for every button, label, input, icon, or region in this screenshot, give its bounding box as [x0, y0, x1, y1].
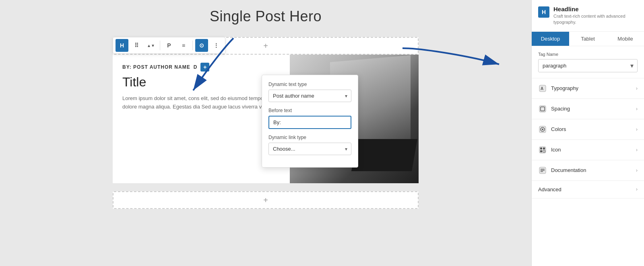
- svg-point-8: [542, 129, 543, 130]
- toolbar-dynamic-button[interactable]: ⊙: [195, 39, 208, 52]
- popup-type-label: Dynamic text type: [268, 82, 351, 87]
- author-text: BY: POST AUTHOR NAME: [122, 64, 190, 70]
- icon-icon: [538, 145, 547, 154]
- spacing-icon: [538, 104, 547, 113]
- dynamic-popup: Dynamic text type Post author name Befor…: [262, 75, 358, 168]
- tab-mobile[interactable]: Mobile: [607, 32, 644, 46]
- tag-name-section: Tag Name paragraph h1 h2 h3 h4 div span: [532, 46, 644, 78]
- accordion-documentation-title: Documentation: [551, 167, 586, 173]
- accordion-documentation[interactable]: Documentation ›: [532, 160, 644, 181]
- popup-before-field: Before text: [268, 108, 351, 129]
- documentation-icon: [538, 166, 547, 175]
- svg-rect-10: [540, 147, 542, 149]
- tag-name-label: Tag Name: [538, 52, 638, 57]
- advanced-section[interactable]: Advanced ›: [532, 181, 644, 198]
- popup-before-label: Before text: [268, 108, 351, 113]
- svg-text:A: A: [541, 86, 543, 91]
- more-icon: ⋮: [213, 42, 219, 49]
- popup-before-input[interactable]: [268, 116, 351, 129]
- sidebar-header-text: Headline Craft text-rich content with ad…: [553, 6, 638, 26]
- toolbar-arrows-button[interactable]: ▲▼: [144, 39, 157, 52]
- accordion-colors-title: Colors: [551, 126, 566, 132]
- advanced-chevron: ›: [636, 186, 638, 192]
- toolbar-drag-button[interactable]: ⠿: [130, 39, 143, 52]
- accordion-spacing-left: Spacing: [538, 104, 570, 113]
- block-toolbar: H ⠿ ▲▼ P ≡ ⊙ ⋮: [113, 37, 225, 54]
- content-wrapper: + H ⠿ ▲▼ P ≡ ⊙: [113, 37, 419, 183]
- popup-type-select[interactable]: Post author name: [268, 90, 351, 102]
- tab-tablet[interactable]: Tablet: [569, 32, 607, 46]
- accordion-typography-header: A Typography ›: [532, 78, 644, 98]
- hero-title: Title: [122, 75, 280, 90]
- author-separator: D: [194, 64, 198, 70]
- accordion-icon-left: Icon: [538, 145, 561, 154]
- spacing-chevron: ›: [636, 106, 638, 112]
- accordion-colors[interactable]: Colors ›: [532, 119, 644, 140]
- accordion-icon[interactable]: Icon ›: [532, 140, 644, 160]
- accordion-spacing-title: Spacing: [551, 106, 570, 112]
- popup-type-select-wrapper: Post author name: [268, 90, 351, 102]
- author-line: BY: POST AUTHOR NAME D +: [122, 63, 280, 72]
- accordion-typography-title: Typography: [551, 85, 578, 91]
- toolbar-more-button[interactable]: ⋮: [210, 39, 223, 52]
- accordion-spacing[interactable]: Spacing ›: [532, 99, 644, 119]
- documentation-chevron: ›: [636, 168, 638, 173]
- sidebar: H Headline Craft text-rich content with …: [531, 0, 644, 266]
- arrows-icon: ▲▼: [147, 43, 155, 48]
- typography-icon: A: [538, 84, 547, 93]
- canvas-area: Single Post Hero + H ⠿: [0, 0, 531, 266]
- sidebar-widget-description: Craft text-rich content with advanced ty…: [553, 13, 638, 26]
- toolbar-p-button[interactable]: P: [163, 39, 175, 52]
- popup-link-label: Dynamic link type: [268, 135, 351, 140]
- accordion-colors-left: Colors: [538, 125, 566, 134]
- svg-rect-12: [540, 150, 542, 152]
- add-inline-button[interactable]: +: [200, 63, 209, 72]
- dynamic-icon: ⊙: [199, 42, 204, 49]
- toolbar-divider: [160, 41, 160, 50]
- typography-chevron: ›: [636, 86, 638, 91]
- tag-select-wrapper: paragraph h1 h2 h3 h4 div span: [538, 59, 638, 72]
- accordion-colors-header: Colors ›: [532, 119, 644, 139]
- icon-chevron: ›: [636, 147, 638, 153]
- toolbar-h-button[interactable]: H: [116, 39, 128, 52]
- popup-link-field: Dynamic link type Choose...: [268, 135, 351, 155]
- sidebar-header: H Headline Craft text-rich content with …: [532, 0, 644, 32]
- colors-icon: [538, 125, 547, 134]
- accordion-icon-header: Icon ›: [532, 140, 644, 160]
- hero-excerpt: Lorem ipsum dolor sit amet, cons elit, s…: [122, 94, 280, 111]
- hero-block: H ⠿ ▲▼ P ≡ ⊙ ⋮: [113, 55, 419, 183]
- accordion-typography-left: A Typography: [538, 84, 578, 93]
- device-tabs: Desktop Tablet Mobile: [532, 32, 644, 46]
- page-title: Single Post Hero: [210, 8, 322, 25]
- accordion-documentation-header: Documentation ›: [532, 160, 644, 180]
- drag-icon: ⠿: [134, 42, 138, 49]
- toolbar-divider2: [192, 41, 193, 50]
- accordion-spacing-header: Spacing ›: [532, 99, 644, 119]
- svg-rect-11: [543, 147, 545, 149]
- tab-desktop[interactable]: Desktop: [532, 32, 569, 46]
- colors-chevron: ›: [636, 127, 638, 132]
- headline-widget-icon: H: [538, 6, 549, 18]
- popup-type-field: Dynamic text type Post author name: [268, 82, 351, 102]
- tag-name-select[interactable]: paragraph h1 h2 h3 h4 div span: [538, 59, 638, 72]
- sidebar-widget-title: Headline: [553, 6, 638, 12]
- popup-link-select-wrapper: Choose...: [268, 143, 351, 155]
- advanced-label: Advanced: [538, 186, 561, 192]
- align-icon: ≡: [182, 42, 185, 49]
- accordion-icon-title: Icon: [551, 147, 561, 153]
- accordion-typography[interactable]: A Typography ›: [532, 78, 644, 99]
- popup-link-select[interactable]: Choose...: [268, 143, 351, 155]
- add-block-bottom-button[interactable]: +: [113, 191, 419, 209]
- toolbar-align-button[interactable]: ≡: [177, 39, 190, 52]
- accordion-documentation-left: Documentation: [538, 166, 586, 175]
